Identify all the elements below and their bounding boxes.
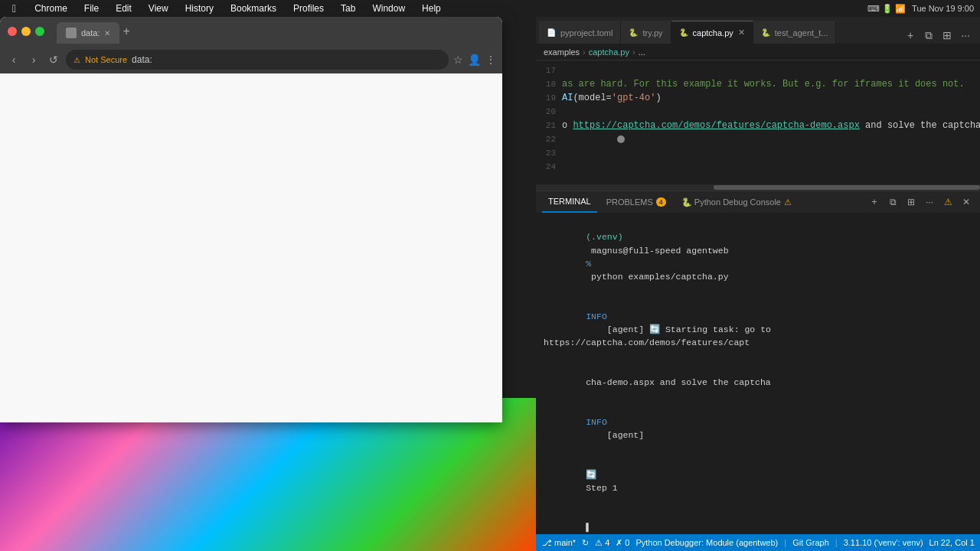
panel-close-button[interactable]: ✕ (959, 194, 974, 210)
vscode-statusbar: ⎇ main* ↻ ⚠ 4 ✗ 0 Python Debugger: Modul… (536, 534, 980, 551)
toml-icon: 📄 (547, 28, 556, 37)
menubar-view[interactable]: View (144, 3, 173, 14)
chrome-profile-icon[interactable]: 👤 (468, 54, 481, 66)
tab-test-agent[interactable]: 🐍 test_agent_t... (753, 21, 837, 44)
editor-content: 17 18 as are hard. For this example it w… (536, 60, 980, 184)
terminal-tab[interactable]: TERMINAL (542, 191, 597, 213)
chrome-new-tab-button[interactable]: + (122, 24, 129, 38)
statusbar-branch[interactable]: ⎇ main* (542, 538, 576, 548)
editor-line-22: 22 (536, 132, 980, 146)
menubar-right: ⌨ 🔋 📶 Tue Nov 19 9:00 (867, 4, 980, 14)
tab-pyproject-toml-label: pyproject.toml (560, 28, 612, 37)
menubar-tab[interactable]: Tab (336, 3, 360, 14)
vscode-window: 📄 pyproject.toml 🐍 try.py 🐍 captcha.py ✕… (536, 17, 980, 551)
more-actions-button[interactable]: ··· (957, 27, 974, 44)
menubar:  Chrome File Edit View History Bookmark… (0, 0, 980, 17)
chrome-back-button[interactable]: ‹ (6, 52, 21, 67)
terminal-line-3: cha-demo.aspx and solve the captcha (544, 363, 972, 403)
editor-line-17: 17 (536, 64, 980, 77)
vscode-panel: TERMINAL PROBLEMS4 🐍 Python Debug Consol… (536, 191, 980, 551)
bookmark-icon[interactable]: ☆ (453, 54, 463, 66)
py-icon: 🐍 (629, 28, 638, 37)
split-editor-button[interactable]: ⧉ (920, 27, 937, 44)
sync-icon: ↻ (582, 538, 589, 548)
statusbar-ln-col[interactable]: Ln 22, Col 1 (929, 538, 975, 547)
tab-captcha-py-label: captcha.py (693, 28, 733, 37)
panel-more-button[interactable]: ··· (922, 194, 937, 210)
security-icon: ⚠ (74, 56, 80, 64)
menubar-profiles[interactable]: Profiles (289, 3, 328, 14)
address-url: data: (132, 54, 152, 65)
terminal-line-5: 🔄 Step 1 (544, 455, 972, 508)
chrome-forward-button[interactable]: › (26, 52, 41, 67)
panel-actions: + ⧉ ⊞ ··· ⚠ ✕ (867, 194, 974, 210)
menubar-window[interactable]: Window (368, 3, 410, 14)
tab-test-agent-label: test_agent_t... (775, 28, 828, 37)
menubar-history[interactable]: History (181, 3, 218, 14)
chrome-tab-title: data: (81, 28, 100, 37)
chrome-minimize-button[interactable] (21, 27, 31, 36)
menubar-chrome[interactable]: Chrome (30, 3, 72, 14)
chrome-favicon (66, 28, 77, 38)
problems-badge: 4 (656, 197, 666, 207)
editor-line-19: 19 AI(model='gpt-4o') (536, 91, 980, 105)
py-icon-active: 🐍 (679, 28, 688, 37)
git-branch-icon: ⎇ (542, 538, 552, 548)
statusbar-warnings[interactable]: ⚠ 4 (595, 538, 609, 548)
menubar-file[interactable]: File (80, 3, 103, 14)
statusbar-errors[interactable]: ✗ 0 (616, 538, 629, 548)
editor-line-20: 20 (536, 105, 980, 119)
add-editor-button[interactable]: + (902, 27, 919, 44)
breadcrumb-more[interactable]: ... (639, 47, 645, 57)
editor-line-18: 18 as are hard. For this example it work… (536, 77, 980, 91)
not-secure-label: Not Secure (85, 55, 127, 64)
terminal-line-4: INFO [agent] (544, 403, 972, 455)
panel-add-button[interactable]: + (867, 194, 882, 210)
chrome-addressbar[interactable]: ⚠ Not Secure data: (66, 50, 449, 70)
vscode-tab-bar: 📄 pyproject.toml 🐍 try.py 🐍 captcha.py ✕… (536, 17, 980, 44)
breadcrumb: examples › captcha.py › ... (536, 44, 980, 60)
menubar-icons: ⌨ 🔋 📶 (867, 4, 906, 14)
apple-menu[interactable]:  (6, 2, 22, 15)
error-icon: ✗ (616, 538, 622, 548)
tab-try-py-label: try.py (642, 28, 662, 37)
tab-captcha-py[interactable]: 🐍 captcha.py ✕ (671, 21, 753, 44)
panel-layout-button[interactable]: ⊞ (903, 194, 919, 210)
chrome-reload-button[interactable]: ↺ (46, 52, 61, 67)
chrome-close-button[interactable] (8, 27, 17, 36)
chrome-window: data: ✕ + ‹ › ↺ ⚠ Not Secure data: ☆ 👤 ⋮ (0, 17, 502, 422)
menubar-bookmarks[interactable]: Bookmarks (226, 3, 281, 14)
breadcrumb-sep-1: › (583, 47, 586, 57)
editor-horizontal-scrollbar[interactable] (536, 184, 980, 191)
editor-layout-button[interactable]: ⊞ (939, 27, 956, 44)
statusbar-python[interactable]: Python Debugger: Module (agentweb) (635, 538, 778, 547)
tab-pyproject-toml[interactable]: 📄 pyproject.toml (539, 21, 621, 44)
vscode-tab-actions: + ⧉ ⊞ ··· (902, 27, 980, 44)
debug-console-tab[interactable]: 🐍 Python Debug Console ⚠ (675, 191, 798, 213)
menubar-edit[interactable]: Edit (111, 3, 136, 14)
tab-try-py[interactable]: 🐍 try.py (621, 21, 671, 44)
statusbar-version[interactable]: 3.11.10 ('venv': venv) (844, 538, 923, 547)
statusbar-git-graph[interactable]: Git Graph (792, 538, 829, 547)
scrollbar-thumb[interactable] (714, 185, 980, 190)
terminal-line-2: INFO [agent] 🔄 Starting task: go to http… (544, 297, 972, 363)
problems-tab[interactable]: PROBLEMS4 (600, 191, 672, 213)
tab-captcha-close-button[interactable]: ✕ (738, 28, 745, 37)
menubar-left:  Chrome File Edit View History Bookmark… (0, 2, 446, 15)
breadcrumb-examples[interactable]: examples (544, 47, 580, 57)
panel-split-button[interactable]: ⧉ (885, 194, 900, 210)
panel-warning-indicator: ⚠ (940, 194, 956, 210)
chrome-maximize-button[interactable] (35, 27, 44, 36)
breadcrumb-captcha-py[interactable]: captcha.py (589, 47, 629, 57)
chrome-tab-close-button[interactable]: ✕ (104, 29, 110, 37)
chrome-titlebar: data: ✕ + (0, 17, 502, 46)
chrome-tab-active[interactable]: data: ✕ (57, 22, 119, 44)
menubar-help[interactable]: Help (417, 3, 446, 14)
vscode-editor: 17 18 as are hard. For this example it w… (536, 60, 980, 191)
statusbar-sync[interactable]: ↻ (582, 538, 589, 548)
warning-icon: ⚠ (595, 538, 603, 548)
terminal-content: (.venv) magnus@full-speed agentweb % pyt… (536, 213, 980, 551)
chrome-tab-bar: data: ✕ + (57, 19, 495, 44)
chrome-menu-button[interactable]: ⋮ (485, 54, 496, 66)
editor-line-24: 24 (536, 160, 980, 174)
